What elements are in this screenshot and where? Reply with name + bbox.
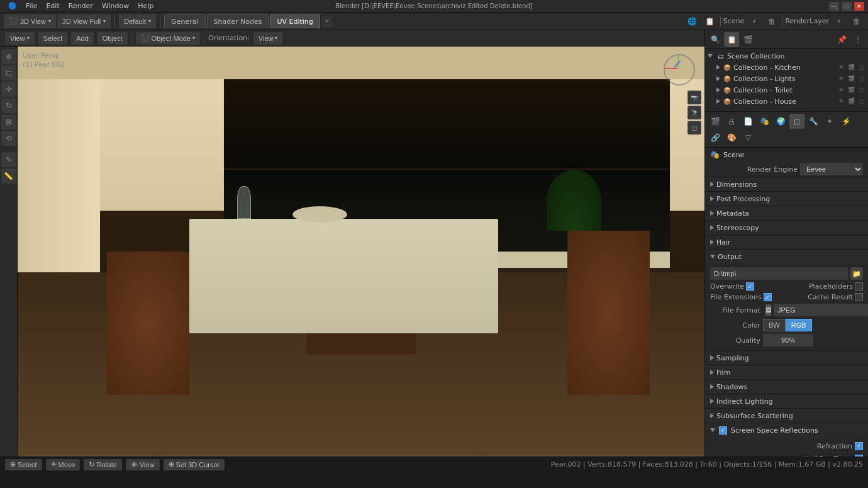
browse-folder-btn[interactable]: 📁: [850, 267, 863, 280]
render-engine-select[interactable]: Eevee Cycles Workbench: [800, 163, 863, 175]
lights-eye-btn[interactable]: 👁: [837, 74, 845, 83]
select-toolbar-btn[interactable]: Select: [38, 32, 68, 45]
remove-render-layer-btn[interactable]: 🗑: [849, 14, 864, 29]
render-layer-btn[interactable]: 📋: [703, 14, 718, 29]
placeholders-checkbox[interactable]: [855, 282, 863, 291]
workspace-tab-uv[interactable]: UV Editing: [270, 14, 320, 28]
workspace-tab-shader[interactable]: Shader Nodes: [207, 14, 269, 28]
toilet-render-btn[interactable]: ◻: [857, 86, 865, 94]
object-toolbar-btn[interactable]: Object: [97, 32, 128, 45]
close-button[interactable]: ✕: [854, 2, 864, 11]
more-icon-btn[interactable]: ⋮: [850, 32, 865, 47]
output-props-icon[interactable]: 🖨: [724, 114, 739, 129]
add-workspace-button[interactable]: +: [321, 16, 333, 27]
dimensions-header[interactable]: Dimensions: [705, 177, 868, 191]
scene-collection-item[interactable]: 🗂 Scene Collection: [705, 50, 868, 62]
rgb-color-btn[interactable]: RGB: [786, 319, 812, 331]
add-toolbar-btn[interactable]: Add: [71, 32, 94, 45]
quality-input[interactable]: [763, 334, 813, 347]
3d-viewport[interactable]: User Persp (1) Pear.002 📷 🔭 ◻: [18, 47, 704, 457]
rotate-tool-btn[interactable]: ↻: [1, 98, 16, 113]
pin-icon-btn[interactable]: 📌: [834, 32, 849, 47]
world-props-icon[interactable]: 🌍: [773, 114, 788, 129]
constraints-icon[interactable]: 🔗: [708, 130, 723, 145]
camera-view-btn[interactable]: 📷: [687, 91, 701, 104]
menu-render[interactable]: Render: [64, 0, 97, 13]
scene-settings-btn[interactable]: 🗑: [764, 14, 779, 29]
output-header[interactable]: Output: [705, 250, 868, 263]
material-icon[interactable]: 🎨: [724, 130, 739, 145]
layout-selector[interactable]: Default ▾: [119, 14, 156, 28]
add-render-layer-btn[interactable]: +: [832, 14, 847, 29]
maximize-button[interactable]: □: [842, 2, 852, 11]
menu-edit[interactable]: Edit: [42, 0, 64, 13]
select-tool-btn[interactable]: ◻: [1, 65, 16, 80]
view-layer-icon[interactable]: 📄: [740, 114, 755, 129]
object-props-icon[interactable]: ◻: [789, 114, 804, 129]
kitchen-render-btn[interactable]: ◻: [857, 63, 865, 72]
house-camera-btn[interactable]: 🎬: [847, 97, 855, 106]
orientation-selector[interactable]: View ▾: [253, 32, 283, 45]
outliner-item-toilet[interactable]: 📦 Collection - Toilet 👁 🎬 ◻: [705, 84, 868, 96]
lights-render-btn[interactable]: ◻: [857, 74, 865, 83]
cache-result-checkbox[interactable]: [855, 293, 863, 301]
scene-collection-icon-btn[interactable]: 🌐: [685, 14, 700, 29]
kitchen-eye-btn[interactable]: 👁: [837, 63, 845, 72]
minimize-button[interactable]: —: [829, 2, 839, 11]
overwrite-checkbox[interactable]: [746, 282, 754, 291]
set-cursor-status-btn[interactable]: ⊕ Set 3D Cursor: [164, 459, 225, 470]
view-status-btn[interactable]: 👁 View: [126, 459, 160, 470]
menu-blender[interactable]: 🔵: [4, 0, 21, 13]
local-view-btn[interactable]: ◻: [687, 121, 701, 135]
workspace-tab-general[interactable]: General: [164, 14, 205, 28]
bw-color-btn[interactable]: BW: [763, 319, 786, 331]
ssr-header[interactable]: Screen Space Reflections: [705, 423, 868, 437]
file-ext-checkbox[interactable]: [764, 293, 772, 301]
mode-selector[interactable]: ⬛ Object Mode ▾: [136, 32, 200, 45]
select-status-btn[interactable]: ⊕ Select: [5, 459, 42, 470]
metadata-header[interactable]: Metadata: [705, 206, 868, 220]
subsurface-header[interactable]: Subsurface Scattering: [705, 409, 868, 423]
scene-props-icon[interactable]: 🎭: [757, 114, 772, 129]
rotate-status-btn[interactable]: ↻ Rotate: [84, 459, 121, 470]
move-status-btn[interactable]: ✛ Move: [46, 459, 81, 470]
navigation-gizmo[interactable]: [664, 54, 695, 86]
particles-icon[interactable]: ✦: [822, 114, 837, 129]
ssr-checkbox[interactable]: [719, 426, 727, 435]
add-scene-btn[interactable]: +: [747, 14, 762, 29]
kitchen-camera-btn[interactable]: 🎬: [847, 63, 855, 72]
post-processing-header[interactable]: Post Processing: [705, 192, 868, 206]
transform-tool-btn[interactable]: ⟲: [1, 131, 16, 146]
view-full-selector[interactable]: 3D View Full ▾: [57, 14, 111, 28]
sampling-header[interactable]: Sampling: [705, 351, 868, 365]
toilet-camera-btn[interactable]: 🎬: [847, 86, 855, 94]
output-path-input[interactable]: [710, 267, 848, 280]
view-toolbar-btn[interactable]: View ▾: [5, 32, 35, 45]
data-icon[interactable]: ▽: [740, 130, 755, 145]
annotate-btn[interactable]: ✎: [1, 152, 16, 167]
menu-help[interactable]: Help: [133, 0, 158, 13]
outliner-icon-btn[interactable]: 📋: [724, 32, 739, 47]
move-tool-btn[interactable]: ✛: [1, 82, 16, 97]
indirect-lighting-header[interactable]: Indirect Lighting: [705, 394, 868, 408]
file-format-input[interactable]: [774, 304, 868, 316]
menu-file[interactable]: File: [21, 0, 42, 13]
view-mode-selector[interactable]: ⬛ 3D View ▾: [4, 14, 56, 28]
half-res-checkbox[interactable]: [855, 455, 863, 457]
shadows-header[interactable]: Shadows: [705, 380, 868, 394]
refraction-checkbox[interactable]: [855, 442, 863, 450]
scale-tool-btn[interactable]: ⊠: [1, 114, 16, 130]
menu-window[interactable]: Window: [97, 0, 133, 13]
perspective-btn[interactable]: 🔭: [687, 106, 701, 119]
render-props-icon[interactable]: 🎬: [708, 114, 723, 129]
modifier-icon[interactable]: 🔧: [806, 114, 821, 129]
film-header[interactable]: Film: [705, 365, 868, 379]
toilet-eye-btn[interactable]: 👁: [837, 86, 845, 94]
outliner-item-kitchen[interactable]: 📦 Collection - Kitchen 👁 🎬 ◻: [705, 62, 868, 73]
physics-icon[interactable]: ⚡: [838, 114, 854, 129]
measure-btn[interactable]: 📏: [1, 169, 16, 184]
house-render-btn[interactable]: ◻: [857, 97, 865, 106]
filter-icon-btn[interactable]: 🔍: [708, 32, 723, 47]
hair-header[interactable]: Hair: [705, 235, 868, 249]
lights-camera-btn[interactable]: 🎬: [847, 74, 855, 83]
